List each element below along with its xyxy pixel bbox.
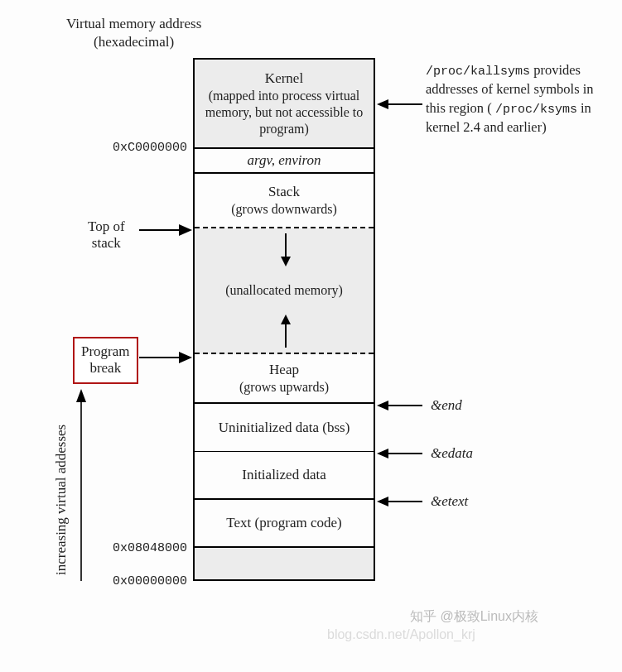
symbol-end: &end bbox=[431, 397, 462, 414]
segment-reserved-low bbox=[195, 548, 374, 581]
arrow-down-icon bbox=[277, 233, 294, 266]
watermark-csdn: blog.csdn.net/Apollon_krj bbox=[327, 627, 475, 642]
diagram-title: Virtual memory address (hexadecimal) bbox=[66, 15, 201, 51]
title-line1: Virtual memory address bbox=[66, 15, 201, 33]
symbol-edata: &edata bbox=[431, 445, 473, 462]
top-of-stack-label: Top of stack bbox=[88, 218, 125, 252]
watermark-zhihu: 知乎 @极致Linux内核 bbox=[410, 608, 538, 626]
kallsyms-sym2: /proc/ksyms bbox=[495, 103, 577, 117]
segment-bss: Uninitialized data (bss) bbox=[195, 404, 374, 452]
heap-sub: (grows upwards) bbox=[239, 379, 329, 396]
svg-marker-15 bbox=[377, 497, 388, 506]
segment-heap: Heap (grows upwards) bbox=[195, 354, 374, 404]
segment-initialized-data: Initialized data bbox=[195, 452, 374, 500]
svg-marker-1 bbox=[281, 257, 291, 266]
svg-marker-17 bbox=[76, 389, 86, 402]
pb-l1: Program bbox=[81, 343, 130, 360]
arrow-left-icon bbox=[377, 445, 422, 462]
text-label: Text (program code) bbox=[226, 514, 341, 531]
memory-layout-column: Kernel (mapped into process virtual memo… bbox=[193, 58, 375, 581]
symbol-etext: &etext bbox=[431, 493, 468, 510]
svg-marker-9 bbox=[179, 352, 192, 363]
kallsyms-annotation: /proc/kallsyms provides addresses of ker… bbox=[426, 61, 600, 137]
svg-marker-5 bbox=[377, 99, 388, 109]
arrow-up-long-icon bbox=[73, 389, 89, 581]
heap-title: Heap bbox=[269, 361, 299, 378]
program-break-label: Program break bbox=[73, 337, 138, 384]
arrow-up-icon bbox=[277, 314, 294, 348]
increasing-addresses-label: increasing virtual addesses bbox=[53, 425, 70, 575]
stack-title: Stack bbox=[268, 183, 300, 200]
segment-text: Text (program code) bbox=[195, 500, 374, 548]
svg-marker-11 bbox=[377, 401, 388, 410]
argv-label: argv, environ bbox=[247, 151, 321, 169]
data-label: Initialized data bbox=[242, 466, 325, 483]
addr-00000000: 0x00000000 bbox=[108, 574, 187, 588]
segment-unallocated: (unallocated memory) bbox=[195, 228, 374, 354]
stack-sub: (grows downwards) bbox=[231, 201, 337, 218]
bss-label: Uninitialized data (bss) bbox=[219, 419, 350, 436]
addr-c0000000: 0xC0000000 bbox=[108, 141, 187, 155]
arrow-left-icon bbox=[377, 96, 422, 113]
kernel-sub: (mapped into process virtual memory, but… bbox=[201, 88, 367, 137]
kallsyms-sym1: /proc/kallsyms bbox=[426, 65, 530, 79]
title-line2: (hexadecimal) bbox=[66, 33, 201, 51]
arrow-left-icon bbox=[377, 493, 422, 510]
svg-marker-13 bbox=[377, 449, 388, 458]
addr-08048000: 0x08048000 bbox=[108, 541, 187, 555]
unalloc-label: (unallocated memory) bbox=[225, 282, 343, 299]
kernel-title: Kernel bbox=[265, 70, 303, 87]
arrow-right-icon bbox=[139, 222, 192, 238]
tos-l1: Top of bbox=[88, 218, 125, 235]
svg-marker-3 bbox=[281, 314, 291, 324]
arrow-left-icon bbox=[377, 397, 422, 414]
segment-argv-environ: argv, environ bbox=[195, 149, 374, 174]
tos-l2: stack bbox=[88, 235, 125, 252]
segment-stack: Stack (grows downwards) bbox=[195, 174, 374, 228]
arrow-right-icon bbox=[139, 349, 192, 366]
svg-marker-7 bbox=[179, 224, 192, 236]
pb-l2: break bbox=[81, 360, 130, 377]
segment-kernel: Kernel (mapped into process virtual memo… bbox=[195, 60, 374, 149]
